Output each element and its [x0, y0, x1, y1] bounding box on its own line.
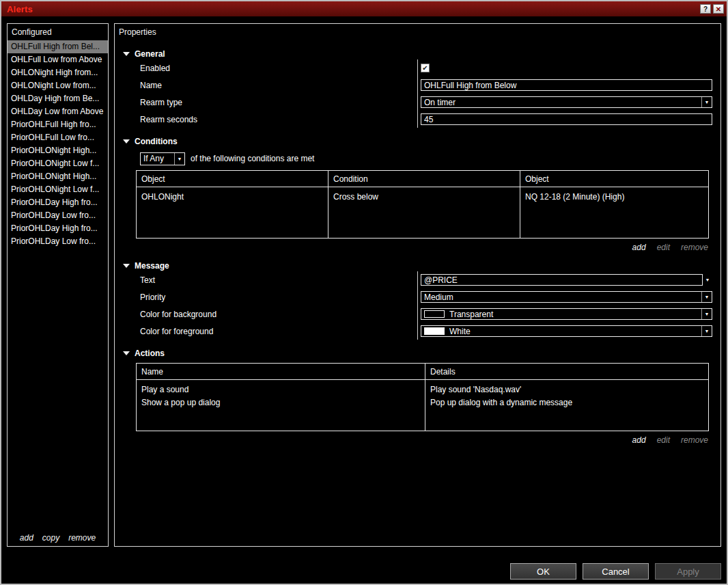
- section-conditions[interactable]: Conditions: [123, 136, 720, 147]
- alert-remove-link[interactable]: remove: [68, 533, 96, 543]
- chevron-down-icon: ▼: [701, 97, 712, 107]
- table-cell[interactable]: Play sound 'Nasdaq.wav': [425, 383, 708, 396]
- action-remove-link[interactable]: remove: [681, 435, 708, 445]
- condition-remove-link[interactable]: remove: [681, 243, 708, 252]
- list-item[interactable]: PriorOHLDay Low fro...: [8, 235, 108, 248]
- actions-links: add edit remove: [115, 435, 708, 445]
- action-edit-link[interactable]: edit: [657, 435, 670, 445]
- list-item[interactable]: PriorOHLDay Low fro...: [8, 209, 108, 222]
- condition-edit-link[interactable]: edit: [657, 243, 670, 252]
- list-item[interactable]: PriorOHLDay High fro...: [8, 222, 108, 235]
- section-general-title: General: [135, 49, 165, 59]
- column-header: Object: [137, 171, 328, 187]
- column-header: Name: [137, 364, 425, 380]
- collapse-triangle-icon: [123, 351, 130, 355]
- list-item[interactable]: OHLONight High from...: [8, 66, 108, 79]
- alerts-list: OHLFull High from Bel... OHLFull Low fro…: [8, 40, 108, 248]
- message-text-input[interactable]: [421, 274, 703, 286]
- list-item[interactable]: OHLDay Low from Above: [8, 105, 108, 118]
- table-cell[interactable]: OHLONight: [137, 191, 328, 204]
- priority-control: Medium ▼: [417, 288, 712, 305]
- table-cell[interactable]: NQ 12-18 (2 Minute) (High): [520, 191, 708, 204]
- list-item[interactable]: OHLDay High from Be...: [8, 92, 108, 105]
- alert-copy-link[interactable]: copy: [42, 533, 59, 543]
- section-actions-title: Actions: [135, 349, 165, 358]
- apply-button[interactable]: Apply: [655, 563, 721, 580]
- action-add-link[interactable]: add: [632, 435, 646, 445]
- enabled-row: Enabled ✔: [140, 59, 712, 77]
- section-actions[interactable]: Actions: [123, 348, 720, 359]
- section-message[interactable]: Message: [123, 260, 720, 271]
- conditions-links: add edit remove: [115, 243, 708, 252]
- list-item[interactable]: PriorOHLDay High fro...: [8, 196, 108, 209]
- alerts-window: Alerts ? ✕ Configured OHLFull High from …: [0, 0, 728, 585]
- foreground-color-row: Color for foreground White ▼: [140, 323, 712, 340]
- actions-col-details: Details Play sound 'Nasdaq.wav' Pop up d…: [425, 364, 708, 431]
- name-control: [417, 77, 712, 94]
- conditions-mode-dropdown[interactable]: If Any ▼: [140, 152, 185, 165]
- rearm-type-value: On timer: [424, 98, 701, 107]
- ok-button[interactable]: OK: [510, 563, 576, 580]
- cancel-button[interactable]: Cancel: [583, 563, 649, 580]
- rearm-type-row: Rearm type On timer ▼: [140, 94, 712, 111]
- background-color-dropdown[interactable]: Transparent ▼: [421, 308, 712, 320]
- list-item[interactable]: OHLFull High from Bel...: [8, 40, 108, 53]
- priority-row: Priority Medium ▼: [140, 288, 712, 305]
- conditions-col-object2: Object NQ 12-18 (2 Minute) (High): [520, 171, 708, 238]
- rearm-type-dropdown[interactable]: On timer ▼: [421, 96, 712, 108]
- chevron-down-icon: ▼: [701, 326, 712, 336]
- rearm-type-label: Rearm type: [140, 98, 417, 107]
- chevron-down-icon[interactable]: ▼: [703, 277, 712, 282]
- list-item[interactable]: PriorOHLFull Low fro...: [8, 131, 108, 144]
- list-item[interactable]: PriorOHLONight High...: [8, 170, 108, 183]
- rearm-seconds-input[interactable]: [421, 113, 712, 125]
- list-item[interactable]: PriorOHLFull High fro...: [8, 118, 108, 131]
- background-color-row: Color for background Transparent ▼: [140, 305, 712, 323]
- background-color-control: Transparent ▼: [417, 305, 712, 323]
- foreground-color-control: White ▼: [417, 323, 712, 340]
- rearm-seconds-row: Rearm seconds: [140, 111, 712, 128]
- list-item[interactable]: PriorOHLONight High...: [8, 144, 108, 157]
- message-text-control: ▼: [417, 271, 712, 288]
- list-item[interactable]: PriorOHLONight Low f...: [8, 157, 108, 170]
- rearm-type-control: On timer ▼: [417, 94, 712, 111]
- condition-add-link[interactable]: add: [632, 243, 646, 252]
- help-button[interactable]: ?: [700, 4, 711, 14]
- priority-dropdown[interactable]: Medium ▼: [421, 291, 712, 303]
- conditions-col-object: Object OHLONight: [137, 171, 328, 238]
- conditions-mode-suffix: of the following conditions are met: [191, 154, 314, 163]
- titlebar[interactable]: Alerts ? ✕: [1, 1, 727, 16]
- foreground-color-dropdown[interactable]: White ▼: [421, 325, 712, 337]
- list-item[interactable]: OHLFull Low from Above: [8, 53, 108, 66]
- rearm-seconds-control: [417, 111, 712, 128]
- table-cell[interactable]: Pop up dialog with a dynamic message: [425, 396, 708, 409]
- background-color-label: Color for background: [140, 310, 417, 319]
- list-item[interactable]: PriorOHLONight Low f...: [8, 183, 108, 196]
- table-cell[interactable]: Cross below: [328, 191, 520, 204]
- section-message-title: Message: [135, 261, 169, 271]
- actions-col-name: Name Play a sound Show a pop up dialog: [137, 364, 425, 431]
- column-header: Details: [425, 364, 708, 380]
- footer-buttons: OK Cancel Apply: [510, 563, 721, 580]
- column-header: Object: [520, 171, 708, 187]
- enabled-checkbox[interactable]: ✔: [421, 64, 430, 72]
- list-item[interactable]: OHLONight Low from...: [8, 79, 108, 92]
- properties-panel: Properties General Enabled ✔ Name Rearm …: [114, 23, 721, 547]
- chevron-down-icon: ▼: [701, 309, 712, 319]
- table-cell[interactable]: Play a sound: [137, 383, 425, 396]
- background-color-value: Transparent: [449, 310, 701, 319]
- actions-table[interactable]: Name Play a sound Show a pop up dialog D…: [136, 363, 709, 431]
- name-input[interactable]: [421, 79, 712, 91]
- close-button[interactable]: ✕: [713, 4, 724, 14]
- rearm-seconds-label: Rearm seconds: [140, 115, 417, 124]
- conditions-mode-value: If Any: [143, 154, 174, 163]
- alert-add-link[interactable]: add: [20, 533, 33, 543]
- titlebar-buttons: ? ✕: [700, 4, 724, 14]
- conditions-mode-row: If Any ▼ of the following conditions are…: [140, 148, 720, 169]
- priority-label: Priority: [140, 292, 417, 302]
- chevron-down-icon: ▼: [701, 292, 712, 302]
- table-cell[interactable]: Show a pop up dialog: [137, 396, 425, 409]
- name-row: Name: [140, 77, 712, 94]
- conditions-table[interactable]: Object OHLONight Condition Cross below O…: [136, 170, 709, 239]
- section-general[interactable]: General: [123, 49, 720, 59]
